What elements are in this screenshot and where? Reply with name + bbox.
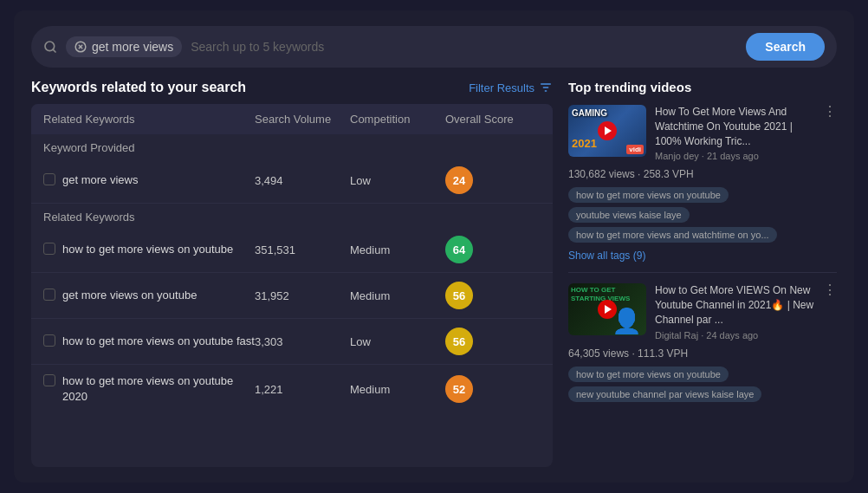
video-meta-2: Digital Raj · 24 days ago xyxy=(655,330,814,341)
video-thumb-1[interactable]: GAMING 2021 vidi xyxy=(568,105,646,157)
video-thumb-2[interactable]: HOW TO GET STARTING VIEWS 👤 xyxy=(568,283,646,335)
col-keyword: Related Keywords xyxy=(43,113,255,126)
gaming-label: GAMING xyxy=(572,108,607,118)
tag[interactable]: new youtube channel par views kaise laye xyxy=(568,386,761,402)
row-checkbox[interactable] xyxy=(43,334,55,347)
vidi-badge: vidi xyxy=(626,145,644,154)
video-title-2: How to Get More VIEWS On New Youtube Cha… xyxy=(655,283,814,327)
section2-label: Related Keywords xyxy=(31,204,553,227)
score-badge: 52 xyxy=(445,375,473,403)
search-tag[interactable]: get more views xyxy=(66,36,182,57)
score-badge: 64 xyxy=(445,236,473,263)
tag[interactable]: how to get more views and watchtime on y… xyxy=(568,227,777,243)
search-placeholder: Search up to 5 keywords xyxy=(191,40,737,54)
competition-cell: Low xyxy=(350,174,445,187)
competition-cell: Medium xyxy=(350,383,445,396)
play-button-overlay xyxy=(598,121,617,140)
volume-cell: 3,303 xyxy=(255,335,350,348)
tag[interactable]: youtube views kaise laye xyxy=(568,207,690,223)
table-header: Related Keywords Search Volume Competiti… xyxy=(31,104,553,134)
video-stats-1: 130,682 views · 258.3 VPH xyxy=(568,168,837,180)
table-row: get more views 3,494 Low 24 xyxy=(31,158,553,204)
play-triangle-icon-2 xyxy=(605,305,612,314)
keyword-cell: get more views xyxy=(43,172,255,188)
tag[interactable]: how to get more views on youtube xyxy=(568,187,729,203)
keywords-table: Related Keywords Search Volume Competiti… xyxy=(31,104,553,467)
tag-row-2: how to get more views on youtube new you… xyxy=(568,367,837,402)
row-checkbox[interactable] xyxy=(43,289,55,301)
score-badge: 56 xyxy=(445,282,473,309)
score-badge: 24 xyxy=(445,166,473,194)
competition-cell: Medium xyxy=(350,289,445,302)
keyword-text: how to get more views on youtube xyxy=(62,242,233,257)
volume-cell: 1,221 xyxy=(255,383,350,396)
video-info-2: How to Get More VIEWS On New Youtube Cha… xyxy=(655,283,814,340)
keyword-text: get more views xyxy=(62,172,138,188)
search-bar: get more views Search up to 5 keywords S… xyxy=(31,26,837,68)
table-row: get more views on youtube 31,952 Medium … xyxy=(31,273,553,319)
divider xyxy=(568,272,837,273)
video-title-1: How To Get More Views And Watchtime On Y… xyxy=(655,105,814,148)
main-content: Keywords related to your search Filter R… xyxy=(31,80,837,467)
volume-cell: 351,531 xyxy=(255,243,350,256)
gaming-year: 2021 xyxy=(572,137,597,150)
video-stats-2: 64,305 views · 111.3 VPH xyxy=(568,347,837,360)
search-icon xyxy=(43,40,57,54)
volume-cell: 3,494 xyxy=(255,174,350,187)
video-info-1: How To Get More Views And Watchtime On Y… xyxy=(655,105,814,161)
left-panel: Keywords related to your search Filter R… xyxy=(31,80,553,467)
app-container: get more views Search up to 5 keywords S… xyxy=(14,10,854,483)
competition-cell: Medium xyxy=(350,243,445,256)
svg-line-1 xyxy=(53,49,55,52)
col-score: Overall Score xyxy=(445,113,541,126)
filter-results-label: Filter Results xyxy=(469,81,534,94)
howto-label: HOW TO GET STARTING VIEWS xyxy=(571,286,630,302)
row-checkbox[interactable] xyxy=(43,243,55,255)
video-options-icon-1[interactable]: ⋮ xyxy=(823,105,837,119)
keyword-text: get more views on youtube xyxy=(62,288,197,303)
video-meta-1: Manjo dey · 21 days ago xyxy=(655,151,814,161)
col-volume: Search Volume xyxy=(255,113,350,126)
video-top-1: GAMING 2021 vidi How To Get More Views A… xyxy=(568,105,837,161)
video-top-2: HOW TO GET STARTING VIEWS 👤 How to Get M… xyxy=(568,283,837,340)
table-row: how to get more views on youtube fast 3,… xyxy=(31,319,553,365)
right-panel: Top trending videos GAMING 2021 vidi xyxy=(568,80,837,467)
tag-row-1: how to get more views on youtube youtube… xyxy=(568,187,837,243)
tag[interactable]: how to get more views on youtube xyxy=(568,367,729,382)
row-checkbox[interactable] xyxy=(43,173,55,185)
keyword-cell: how to get more views on youtube fast xyxy=(43,334,255,349)
col-competition: Competition xyxy=(350,113,445,126)
keyword-cell: get more views on youtube xyxy=(43,288,255,303)
filter-results-button[interactable]: Filter Results xyxy=(469,81,553,94)
video-options-icon-2[interactable]: ⋮ xyxy=(823,283,837,297)
keyword-cell: how to get more views on youtube 2020 xyxy=(43,373,255,405)
score-badge: 56 xyxy=(445,328,473,355)
video-card-1: GAMING 2021 vidi How To Get More Views A… xyxy=(568,105,837,262)
table-row: how to get more views on youtube 351,531… xyxy=(31,227,553,273)
keyword-text: how to get more views on youtube fast xyxy=(62,334,255,349)
search-tag-text: get more views xyxy=(92,40,173,54)
row-checkbox[interactable] xyxy=(43,374,55,386)
volume-cell: 31,952 xyxy=(255,289,350,302)
table-row: how to get more views on youtube 2020 1,… xyxy=(31,365,553,413)
panel-title: Keywords related to your search xyxy=(31,80,246,95)
keyword-cell: how to get more views on youtube xyxy=(43,242,255,257)
video-card-2: HOW TO GET STARTING VIEWS 👤 How to Get M… xyxy=(568,283,837,401)
section1-label: Keyword Provided xyxy=(31,134,553,158)
right-panel-title: Top trending videos xyxy=(568,80,837,94)
play-button-overlay-2 xyxy=(598,300,617,319)
show-all-tags-1[interactable]: Show all tags (9) xyxy=(568,250,837,262)
search-tag-close-icon[interactable] xyxy=(74,41,87,53)
search-button[interactable]: Search xyxy=(746,33,825,61)
keyword-text: how to get more views on youtube 2020 xyxy=(62,373,255,405)
panel-header: Keywords related to your search Filter R… xyxy=(31,80,553,95)
competition-cell: Low xyxy=(350,335,445,348)
play-triangle-icon xyxy=(605,126,612,135)
